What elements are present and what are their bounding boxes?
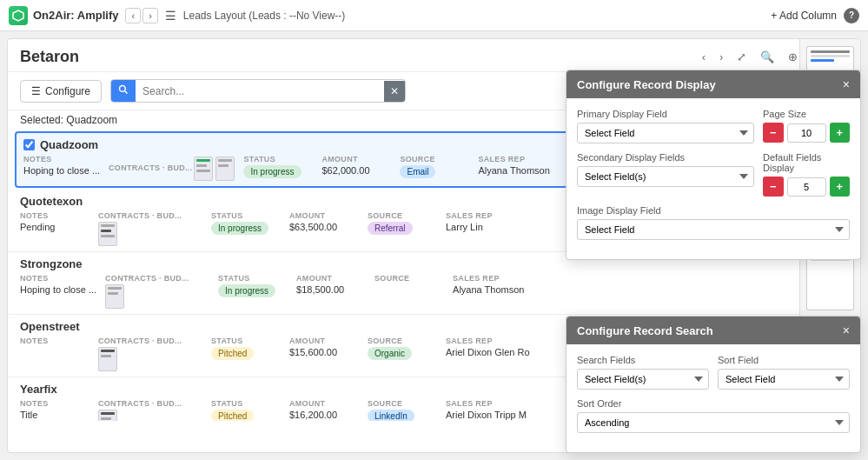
svg-line-2: [125, 91, 128, 94]
config-pagesize-label: Page Size: [763, 109, 850, 119]
field-notes: NOTES Hoping to close ...: [23, 155, 100, 181]
config-primary-select[interactable]: Select Field: [577, 123, 754, 143]
config-defaultfields-row: − +: [763, 177, 850, 197]
add-column-button[interactable]: + Add Column: [771, 10, 837, 22]
tool-next-button[interactable]: ›: [715, 48, 727, 66]
status-badge: In progress: [211, 222, 268, 235]
field-status: STATUS Pitched: [211, 337, 281, 371]
config-display-body: Primary Display Field Select Field Page …: [567, 98, 860, 259]
field-notes: NOTES Title: [20, 399, 89, 421]
field-amount: AMOUNT $15,600.00: [289, 337, 359, 371]
config-secondary-row: Secondary Display Fields Select Field(s)…: [577, 152, 850, 197]
field-notes: NOTES Hoping to close ...: [20, 274, 96, 309]
config-sort-order-select[interactable]: Ascending: [577, 412, 850, 433]
field-notes: NOTES: [20, 337, 89, 371]
nav-forward-button[interactable]: ›: [142, 8, 158, 23]
config-defaultfields-field: Default Fields Display − +: [763, 152, 850, 197]
tool-prev-button[interactable]: ‹: [698, 48, 710, 66]
field-amount: AMOUNT $16,200.00: [289, 399, 359, 421]
config-pagesize-plus-button[interactable]: +: [830, 123, 851, 143]
tool-expand-button[interactable]: ⤢: [732, 48, 751, 66]
config-search-body: Search Fields Select Field(s) Sort Field…: [567, 344, 860, 452]
field-status: STATUS In progress: [211, 211, 281, 246]
config-pagesize-input[interactable]: [787, 123, 826, 143]
field-sales-rep: SALES REP Ariel Dixon Tripp M: [446, 399, 527, 421]
menu-icon: ☰: [165, 9, 176, 23]
source-badge: Referral: [368, 222, 413, 235]
config-image-label: Image Display Field: [577, 205, 850, 216]
tool-search-button[interactable]: 🔍: [756, 48, 779, 66]
config-defaultfields-minus-button[interactable]: −: [763, 177, 784, 197]
app-name: On2Air: Amplify: [33, 9, 118, 22]
nav-arrows: ‹ ›: [125, 8, 157, 23]
app-logo: On2Air: Amplify: [9, 6, 118, 25]
status-badge: In progress: [243, 165, 301, 178]
status-badge: In progress: [218, 284, 275, 297]
search-icon: [111, 80, 136, 102]
config-defaultfields-plus-button[interactable]: +: [830, 177, 851, 197]
config-secondary-select[interactable]: Select Field(s): [577, 166, 754, 187]
config-defaultfields-label: Default Fields Display: [763, 152, 850, 173]
field-status: STATUS In progress: [218, 274, 288, 309]
svg-point-1: [120, 86, 126, 92]
status-badge: Pitched: [211, 347, 254, 360]
search-clear-button[interactable]: ✕: [384, 81, 405, 102]
source-badge: Email: [400, 165, 435, 178]
field-source: SOURCE Referral: [368, 211, 437, 246]
field-status: STATUS In progress: [243, 155, 313, 181]
config-search-title: Configure Record Search: [577, 324, 713, 337]
top-nav: On2Air: Amplify ‹ › ☰ Leads Layout (Lead…: [0, 0, 868, 31]
config-pagesize-row: − +: [763, 123, 850, 143]
field-sales-rep: SALES REP Larry Lin: [446, 211, 515, 246]
nav-back-button[interactable]: ‹: [125, 8, 141, 23]
record-row[interactable]: Strongzone NOTES Hoping to close ... CON…: [8, 252, 860, 315]
config-primary-row: Primary Display Field Select Field Page …: [577, 109, 850, 143]
config-search-fields-label: Search Fields: [577, 355, 709, 365]
config-sort-order-row: Sort Order Ascending: [577, 398, 850, 433]
field-sales-rep: SALES REP Alyana Thomson: [478, 155, 549, 181]
help-icon[interactable]: ?: [844, 8, 859, 23]
config-display-panel: Configure Record Display × Primary Displ…: [566, 70, 861, 260]
config-search-fields-field: Search Fields Select Field(s): [577, 355, 709, 390]
configure-button[interactable]: ☰ Configure: [20, 80, 102, 103]
source-badge: Organic: [368, 347, 412, 360]
config-defaultfields-input[interactable]: [787, 177, 826, 197]
page-header: Betaron ‹ › ⤢ 🔍 ⊕ + 🗑: [8, 39, 860, 72]
config-secondary-field: Secondary Display Fields Select Field(s): [577, 152, 754, 197]
status-badge: Pitched: [211, 410, 254, 421]
field-amount: AMOUNT $63,500.00: [289, 211, 359, 246]
config-sort-order-field: Sort Order Ascending: [577, 398, 850, 433]
config-sort-field-select[interactable]: Select Field: [718, 369, 850, 390]
field-source: SOURCE LinkedIn: [368, 399, 437, 421]
config-image-row: Image Display Field Select Field: [577, 205, 850, 240]
config-pagesize-field: Page Size − +: [763, 109, 850, 143]
config-primary-field: Primary Display Field Select Field: [577, 109, 754, 143]
config-search-fields-select[interactable]: Select Field(s): [577, 369, 709, 390]
source-badge: LinkedIn: [368, 410, 414, 421]
field-contracts: CONTRACTS · BUD...: [109, 155, 235, 181]
config-sort-field: Sort Field Select Field: [718, 355, 850, 390]
field-source: SOURCE: [374, 274, 444, 309]
config-pagesize-minus-button[interactable]: −: [763, 123, 784, 143]
field-contracts: CONTRACTS · BUD...: [98, 399, 202, 421]
config-search-close-button[interactable]: ×: [843, 323, 850, 337]
config-display-header: Configure Record Display ×: [567, 70, 860, 98]
field-contracts: CONTRACTS · BUD...: [105, 274, 209, 309]
config-display-close-button[interactable]: ×: [843, 77, 850, 91]
config-sort-order-label: Sort Order: [577, 398, 850, 409]
field-sales-rep: SALES REP Alyana Thomson: [453, 274, 524, 309]
config-image-select[interactable]: Select Field: [577, 219, 850, 240]
field-contracts: CONTRACTS · BUD...: [98, 337, 202, 371]
config-sort-field-label: Sort Field: [718, 355, 850, 365]
record-checkbox[interactable]: [23, 139, 35, 150]
configure-label: Configure: [45, 85, 90, 97]
field-notes: NOTES Pending: [20, 211, 89, 246]
field-source: SOURCE Email: [400, 155, 469, 181]
config-search-header: Configure Record Search ×: [567, 317, 860, 344]
config-search-panel: Configure Record Search × Search Fields …: [566, 316, 861, 453]
search-input[interactable]: [136, 81, 384, 102]
breadcrumb: Leads Layout (Leads : --No View--): [183, 10, 346, 22]
field-status: STATUS Pitched: [211, 399, 281, 421]
config-display-title: Configure Record Display: [577, 78, 716, 91]
svg-marker-0: [13, 10, 23, 21]
